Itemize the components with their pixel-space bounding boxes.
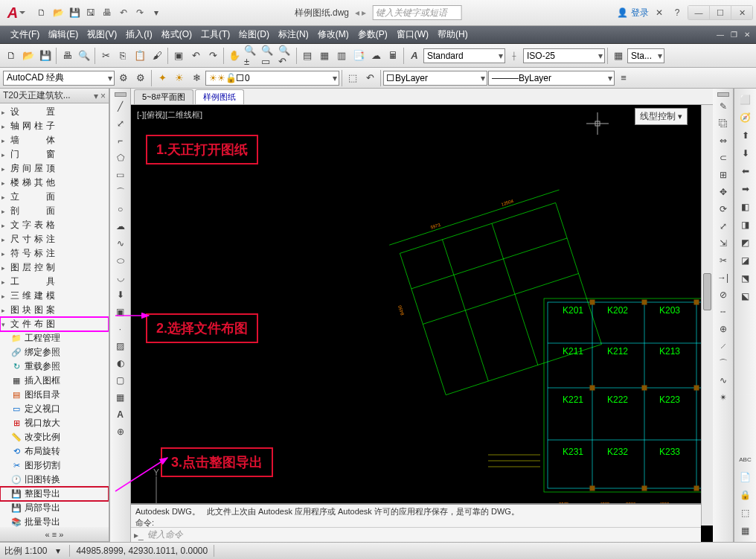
saveas-icon[interactable]: 🖫 xyxy=(83,5,98,20)
tree-cmd-布局旋转[interactable]: ⟲布局旋转 xyxy=(0,444,109,459)
tree-group[interactable]: ▸房间屋顶 xyxy=(0,162,109,176)
color-combo[interactable]: ByLayer xyxy=(383,71,487,86)
arc-icon[interactable]: ⌒ xyxy=(112,184,129,200)
revcloud-icon[interactable]: ☁ xyxy=(112,218,129,234)
locked-icon[interactable]: 🔒 xyxy=(737,487,754,503)
mdi-close-button[interactable]: ✕ xyxy=(741,30,753,40)
tree-group[interactable]: ▸图层控制 xyxy=(0,261,109,275)
block-icon[interactable]: ▣ xyxy=(170,48,187,64)
save-icon[interactable]: 💾 xyxy=(67,5,82,20)
cut-icon[interactable]: ✂ xyxy=(97,48,114,64)
plot-icon[interactable]: 🖶 xyxy=(100,5,115,20)
tree-group[interactable]: ▸门 窗 xyxy=(0,147,109,162)
menu-help[interactable]: 帮助(H) xyxy=(433,28,472,41)
panel-opts-icon[interactable]: ▾ × xyxy=(94,91,106,101)
table-icon[interactable]: ▦ xyxy=(112,389,129,406)
help-icon[interactable]: ? xyxy=(670,5,685,20)
tree-cmd-定义视口[interactable]: ▭定义视口 xyxy=(0,402,109,416)
rect-icon[interactable]: ▭ xyxy=(112,167,129,183)
tree-group[interactable]: ▸楼梯其他 xyxy=(0,176,109,190)
tree-cmd-插入图框[interactable]: ▦插入图框 xyxy=(0,374,109,388)
model-viewport[interactable]: [-][俯视][二维线框] 线型控制 ▾ 5973 12504 8450 xyxy=(131,105,713,542)
save-icon[interactable]: 💾 xyxy=(37,48,54,64)
extend-icon[interactable]: →| xyxy=(715,269,731,286)
hatch-icon[interactable]: ▨ xyxy=(112,338,129,354)
preview-icon[interactable]: 🔍 xyxy=(76,48,92,64)
tree-group[interactable]: ▸设 置 xyxy=(0,105,109,119)
tstyle-icon[interactable]: A xyxy=(406,48,423,64)
menu-file[interactable]: 文件(F) xyxy=(6,28,44,41)
tree-cmd-绑定参照[interactable]: 🔗绑定参照 xyxy=(0,345,109,360)
menu-format[interactable]: 格式(O) xyxy=(157,28,196,41)
mdi-min-button[interactable]: — xyxy=(714,30,726,40)
pan-icon[interactable]: ✋ xyxy=(226,48,243,64)
right-icon[interactable]: ➡ xyxy=(737,181,754,197)
explode-icon[interactable]: ✴ xyxy=(715,389,731,406)
menu-insert[interactable]: 插入(I) xyxy=(121,28,156,41)
doc-icon[interactable]: 📄 xyxy=(737,469,754,485)
ssm-icon[interactable]: 📑 xyxy=(350,48,367,64)
zoom-rt-icon[interactable]: 🔍± xyxy=(243,48,260,64)
scale-drop-icon[interactable]: ▾ xyxy=(53,546,63,556)
copy-icon[interactable]: ⎘ xyxy=(115,48,131,64)
text-style-combo[interactable]: Standard xyxy=(423,48,505,63)
earc-icon[interactable]: ◡ xyxy=(112,269,129,286)
layer-combo[interactable]: ☀☀🔓0 xyxy=(205,71,339,86)
redo-icon[interactable]: ↷ xyxy=(205,48,221,64)
menu-dim[interactable]: 标注(N) xyxy=(274,28,313,41)
layer-iso-icon[interactable]: ⬚ xyxy=(345,70,361,86)
gradient-icon[interactable]: ◐ xyxy=(112,355,129,371)
dimstyle-icon[interactable]: ⟊ xyxy=(506,48,522,64)
scale-icon[interactable]: ⤢ xyxy=(715,218,731,234)
left-icon[interactable]: ⬅ xyxy=(737,163,754,179)
tree-cmd-批量导出[interactable]: 📚批量导出 xyxy=(0,515,109,527)
abc-icon[interactable]: ABC xyxy=(737,451,754,467)
tp-icon[interactable]: ▥ xyxy=(333,48,350,64)
plot-icon[interactable]: 🖶 xyxy=(59,48,75,64)
insert-icon[interactable]: ⬇ xyxy=(112,287,129,303)
panel-collapse[interactable]: « ≡ » xyxy=(0,527,109,542)
v-scrollbar[interactable] xyxy=(701,105,713,526)
xline-icon[interactable]: ⤢ xyxy=(112,115,129,132)
exchange-icon[interactable]: ✕ xyxy=(652,5,667,20)
tree-group[interactable]: ▸轴网柱子 xyxy=(0,119,109,133)
view-label[interactable]: [-][俯视][二维线框] xyxy=(137,109,202,121)
prop-icon[interactable]: ▤ xyxy=(299,48,315,64)
undo-icon[interactable]: ↶ xyxy=(188,48,204,64)
tree-group[interactable]: ▸符号标注 xyxy=(0,246,109,261)
tree-group[interactable]: ▸立 面 xyxy=(0,190,109,204)
grip[interactable] xyxy=(717,92,729,97)
menu-view[interactable]: 视图(V) xyxy=(83,28,121,41)
grip[interactable] xyxy=(115,92,126,97)
trim-icon[interactable]: ✂ xyxy=(715,252,731,269)
move-icon[interactable]: ✥ xyxy=(715,184,731,200)
tree-group[interactable]: ▸文字表格 xyxy=(0,218,109,232)
break-icon[interactable]: ╌ xyxy=(715,304,731,320)
tree-cmd-工程管理[interactable]: 📁工程管理 xyxy=(0,331,109,345)
tree-group[interactable]: ▸剖 面 xyxy=(0,204,109,218)
table-style-combo[interactable]: Sta... xyxy=(627,48,664,63)
back-icon[interactable]: ◨ xyxy=(737,217,754,233)
region-icon[interactable]: ▢ xyxy=(112,372,129,389)
new-icon[interactable]: 🗋 xyxy=(34,5,49,20)
layer-freeze-icon[interactable]: ❄ xyxy=(188,70,205,86)
point-icon[interactable]: · xyxy=(112,321,129,337)
adc-icon[interactable]: ▦ xyxy=(737,523,754,539)
lweight-icon[interactable]: ≡ xyxy=(615,70,632,86)
menu-window[interactable]: 窗口(W) xyxy=(392,28,433,41)
ellipse-icon[interactable]: ⬭ xyxy=(112,252,129,269)
spline-icon[interactable]: ∿ xyxy=(112,235,129,252)
circle-icon[interactable]: ○ xyxy=(112,201,129,217)
tree-cmd-图纸目录[interactable]: ▤图纸目录 xyxy=(0,388,109,402)
command-input[interactable]: 键入命令 xyxy=(147,528,698,541)
workspace-combo[interactable]: AutoCAD 经典 xyxy=(3,71,115,86)
search-input[interactable]: 键入关键字或短语 xyxy=(372,5,461,20)
blend-icon[interactable]: ∿ xyxy=(715,372,731,389)
array-icon[interactable]: ⊞ xyxy=(715,167,731,183)
bottom-icon[interactable]: ⬇ xyxy=(737,145,754,162)
qat-more-icon[interactable]: ▾ xyxy=(149,5,164,20)
open-icon[interactable]: 📂 xyxy=(20,48,36,64)
dim-style-combo[interactable]: ISO-25 xyxy=(523,48,605,63)
nav-icon[interactable]: 🧭 xyxy=(737,109,754,126)
chamfer-icon[interactable]: ⟋ xyxy=(715,338,731,354)
